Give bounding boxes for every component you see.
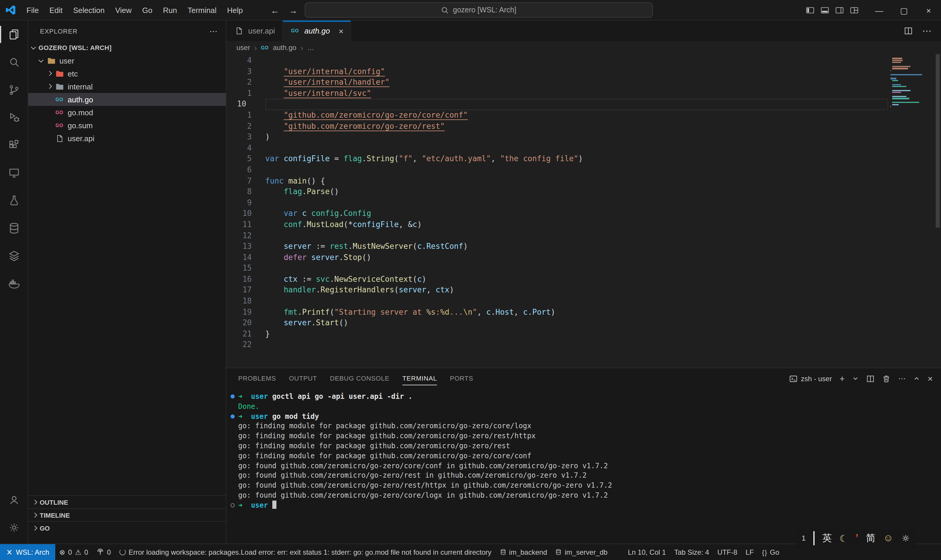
tree-item-auth.go[interactable]: GOauth.go bbox=[28, 93, 226, 106]
workspace-error-status[interactable]: Error loading workspace: packages.Load e… bbox=[115, 544, 495, 560]
workspace-section-header[interactable]: GOZERO [WSL: ARCH] bbox=[28, 41, 226, 54]
terminal-profile-select[interactable]: zsh - user bbox=[789, 374, 832, 383]
activity-explorer-icon[interactable] bbox=[0, 21, 28, 48]
panel-more-actions-icon[interactable]: ⋯ bbox=[898, 374, 906, 383]
activity-docker-icon[interactable] bbox=[0, 269, 28, 297]
sidebar-section-go[interactable]: GO bbox=[28, 521, 226, 534]
editor-more-actions-icon[interactable]: ⋯ bbox=[922, 25, 932, 37]
cursor-position-status[interactable]: Ln 10, Col 1 bbox=[624, 548, 670, 556]
code-line[interactable]: 8 flag.Parse() bbox=[226, 186, 941, 197]
activity-containers-icon[interactable] bbox=[0, 242, 28, 269]
code-line[interactable]: 7func main() { bbox=[226, 175, 941, 186]
close-panel-icon[interactable]: × bbox=[927, 374, 933, 383]
code-line[interactable]: 5var configFile = flag.String("f", "etc/… bbox=[226, 154, 941, 165]
code-line[interactable]: 4 bbox=[226, 55, 941, 66]
toggle-panel-icon[interactable] bbox=[820, 6, 829, 15]
code-line[interactable]: 11 conf.MustLoad(*configFile, &c) bbox=[226, 219, 941, 230]
sidebar-section-outline[interactable]: OUTLINE bbox=[28, 495, 226, 508]
toggle-secondary-sidebar-icon[interactable] bbox=[835, 6, 844, 15]
db-connection-im-server-db[interactable]: im_server_db bbox=[551, 544, 612, 560]
code-line[interactable]: 10 var c config.Config bbox=[226, 209, 941, 219]
code-line[interactable]: 12 bbox=[226, 230, 941, 241]
split-terminal-icon[interactable] bbox=[866, 374, 875, 383]
menu-file[interactable]: File bbox=[21, 0, 44, 20]
code-line[interactable]: 14 defer server.Stop() bbox=[226, 252, 941, 263]
maximize-panel-icon[interactable] bbox=[913, 375, 920, 382]
eol-status[interactable]: LF bbox=[741, 548, 758, 556]
command-center-search[interactable]: gozero [WSL: Arch] bbox=[304, 2, 653, 18]
panel-tab-terminal[interactable]: TERMINAL bbox=[402, 368, 437, 389]
sidebar-section-timeline[interactable]: TIMELINE bbox=[28, 508, 226, 521]
tree-item-user[interactable]: user bbox=[28, 54, 226, 67]
settings-gear-icon[interactable] bbox=[0, 514, 28, 541]
code-line[interactable]: 1 "github.com/zeromicro/go-zero/core/con… bbox=[226, 110, 941, 121]
code-line[interactable]: 18 bbox=[226, 296, 941, 307]
forward-arrow-icon[interactable]: → bbox=[289, 5, 298, 15]
code-line[interactable]: 6 bbox=[226, 165, 941, 175]
activity-testing-icon[interactable] bbox=[0, 186, 28, 214]
panel-tab-debug-console[interactable]: DEBUG CONSOLE bbox=[330, 368, 389, 389]
split-editor-icon[interactable] bbox=[904, 26, 913, 35]
code-line[interactable]: 13 server := rest.MustNewServer(c.RestCo… bbox=[226, 241, 941, 252]
code-line[interactable]: 3) bbox=[226, 132, 941, 143]
accounts-icon[interactable] bbox=[0, 486, 28, 514]
code-line[interactable]: 20 server.Start() bbox=[226, 318, 941, 329]
terminal-output[interactable]: ➜ user goctl api go -api user.api -dir .… bbox=[226, 389, 941, 510]
encoding-status[interactable]: UTF-8 bbox=[713, 548, 741, 556]
breadcrumb-file[interactable]: auth.go bbox=[273, 43, 297, 52]
activity-search-icon[interactable] bbox=[0, 48, 28, 76]
tree-item-etc[interactable]: etc bbox=[28, 67, 226, 80]
menu-terminal[interactable]: Terminal bbox=[182, 0, 222, 20]
remote-indicator[interactable]: WSL: Arch bbox=[0, 544, 55, 560]
activity-database-icon[interactable] bbox=[0, 214, 28, 242]
editor-scrollbar[interactable] bbox=[936, 54, 940, 228]
menu-help[interactable]: Help bbox=[222, 0, 248, 20]
tab-auth.go[interactable]: GOauth.go× bbox=[283, 21, 351, 41]
code-line[interactable]: 4 bbox=[226, 143, 941, 154]
tree-item-user.api[interactable]: user.api bbox=[28, 132, 226, 145]
panel-tab-output[interactable]: OUTPUT bbox=[289, 368, 317, 389]
activity-remote-explorer-icon[interactable] bbox=[0, 159, 28, 186]
menu-edit[interactable]: Edit bbox=[44, 0, 68, 20]
terminal-dropdown-chevron-icon[interactable] bbox=[852, 375, 859, 382]
tree-item-go.mod[interactable]: GOgo.mod bbox=[28, 106, 226, 119]
db-connection-im-backend[interactable]: im_backend bbox=[495, 544, 551, 560]
new-terminal-icon[interactable]: + bbox=[840, 374, 845, 383]
ime-emoji-icon[interactable]: ☺ bbox=[883, 532, 893, 544]
tree-item-go.sum[interactable]: GOgo.sum bbox=[28, 119, 226, 132]
toggle-sidebar-icon[interactable] bbox=[806, 6, 815, 15]
code-line[interactable]: 1 "user/internal/svc" bbox=[226, 88, 941, 99]
explorer-more-actions-icon[interactable]: ⋯ bbox=[209, 26, 218, 35]
panel-tab-ports[interactable]: PORTS bbox=[450, 368, 473, 389]
ime-settings-gear-icon[interactable] bbox=[901, 534, 910, 543]
breadcrumb-folder[interactable]: user bbox=[237, 43, 250, 52]
language-mode-status[interactable]: { } Go bbox=[758, 548, 783, 556]
ime-moon-icon[interactable]: ☾ bbox=[840, 533, 848, 544]
menu-run[interactable]: Run bbox=[158, 0, 182, 20]
tab-size-status[interactable]: Tab Size: 4 bbox=[670, 548, 713, 556]
kill-terminal-icon[interactable] bbox=[882, 374, 890, 383]
code-line[interactable]: 2 "github.com/zeromicro/go-zero/rest" bbox=[226, 121, 941, 132]
minimap[interactable] bbox=[890, 56, 933, 350]
forwarded-ports-status[interactable]: 0 bbox=[92, 544, 115, 560]
code-line[interactable]: 21} bbox=[226, 329, 941, 340]
ime-english-mode[interactable]: 英 bbox=[823, 532, 832, 545]
activity-source-control-icon[interactable] bbox=[0, 76, 28, 103]
code-editor[interactable]: 43 "user/internal/config"2 "user/interna… bbox=[226, 54, 941, 368]
customize-layout-icon[interactable] bbox=[850, 6, 859, 15]
breadcrumb-more[interactable]: … bbox=[307, 43, 314, 52]
code-line[interactable]: 17 handler.RegisterHandlers(server, ctx) bbox=[226, 285, 941, 296]
activity-run-debug-icon[interactable] bbox=[0, 103, 28, 131]
code-line[interactable]: 10 bbox=[226, 99, 941, 110]
code-line[interactable]: 2 "user/internal/handler" bbox=[226, 77, 941, 88]
ime-simplified-chinese[interactable]: 简 bbox=[866, 532, 875, 545]
minimize-button[interactable]: — bbox=[867, 0, 892, 21]
close-tab-icon[interactable]: × bbox=[339, 26, 343, 35]
code-line[interactable]: 3 "user/internal/config" bbox=[226, 66, 941, 77]
close-window-button[interactable]: × bbox=[916, 0, 941, 21]
problems-status[interactable]: ⊗ 0 ⚠ 0 bbox=[55, 544, 92, 560]
menu-selection[interactable]: Selection bbox=[68, 0, 110, 20]
ime-punctuation-icon[interactable]: ʼ bbox=[855, 532, 858, 545]
menu-view[interactable]: View bbox=[110, 0, 137, 20]
menu-go[interactable]: Go bbox=[137, 0, 158, 20]
